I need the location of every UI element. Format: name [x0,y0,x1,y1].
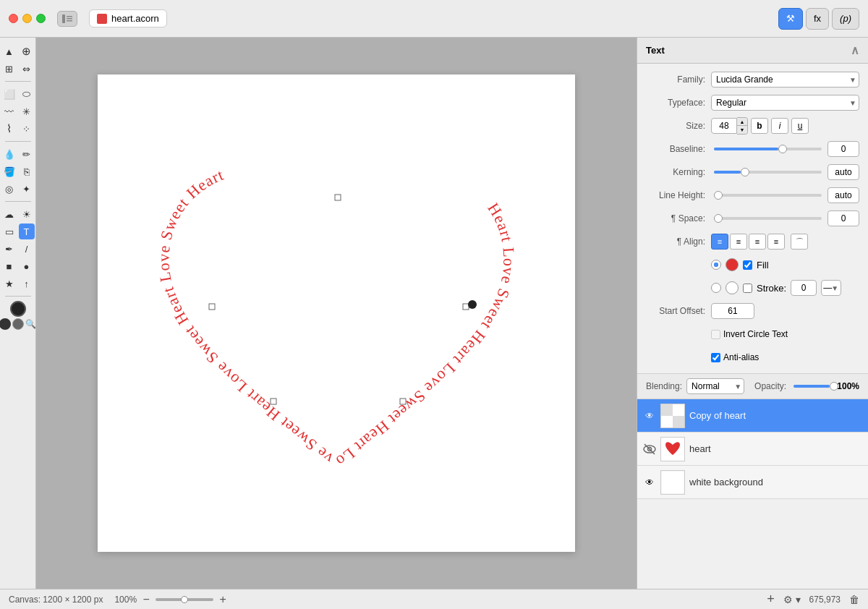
invert-circle-checkbox[interactable] [711,330,720,339]
magic-tool[interactable]: ✳ [19,103,35,119]
layer-item-white-background[interactable]: 👁 white background [637,466,868,499]
start-offset-input[interactable] [711,303,754,319]
space-slider-thumb[interactable] [714,214,723,223]
layer-eye-heart[interactable] [643,443,656,456]
zoom-tool[interactable]: ⊕ [19,43,35,59]
size-down-button[interactable]: ▼ [737,126,747,134]
text-on-path-button[interactable]: ⌒ [791,234,808,250]
fx-button[interactable]: fx [806,8,829,30]
layer-item-copy-heart[interactable]: 👁 Copy of heart [637,399,868,433]
anti-alias-label[interactable]: Anti-alias [711,352,759,362]
kerning-input[interactable] [827,164,859,180]
rect-shape-tool[interactable]: ▭ [1,223,17,239]
kerning-slider-track[interactable] [714,171,822,174]
stroke-type-select[interactable]: — [821,280,841,296]
line-height-slider-thumb[interactable] [714,191,723,200]
opacity-value: 100% [837,381,859,391]
bold-button[interactable]: b [751,118,768,134]
anti-alias-control: Anti-alias [711,352,859,362]
blending-select[interactable]: Normal [686,378,744,394]
foreground-color[interactable] [10,301,26,317]
zoom-out-button[interactable]: − [140,593,153,606]
zoom-slider-track[interactable] [156,598,213,601]
zoom-in-button[interactable]: + [216,593,229,606]
align-center-button[interactable]: ≡ [730,234,747,250]
text-tool[interactable]: T [19,223,35,239]
delete-layer-button[interactable]: 🗑 [849,594,859,605]
stroke-checkbox[interactable] [743,284,752,293]
kerning-slider-thumb[interactable] [741,168,749,176]
underline-button[interactable]: u [791,118,809,134]
line-height-input[interactable] [827,187,859,203]
opacity-slider-thumb[interactable] [830,382,838,391]
sidebar-toggle-button[interactable] [57,11,77,27]
anti-alias-text: Anti-alias [723,352,759,362]
space-input[interactable] [827,210,859,226]
arrow-tool[interactable]: ▲ [1,43,17,59]
minimize-button[interactable] [22,14,32,23]
arrow-up-tool[interactable]: ↑ [19,276,35,291]
pencil-tool[interactable]: ✏ [19,146,35,162]
fill-radio[interactable] [711,260,721,270]
invert-circle-label[interactable]: Invert Circle Text [711,329,788,339]
cloud-shape-tool[interactable]: ☁ [1,206,17,222]
sharpen-tool[interactable]: ✦ [19,181,35,197]
align-right-button[interactable]: ≡ [749,234,766,250]
color-option-1[interactable] [0,318,11,330]
status-bar: Canvas: 1200 × 1200 px 100% − + + ⚙ ▾ 67… [0,589,868,609]
pen-tool[interactable]: ✒ [1,241,17,257]
flip-tool[interactable]: ⇔ [19,61,35,77]
close-button[interactable] [9,14,18,23]
p-button[interactable]: (p) [832,8,859,30]
layer-eye-white-background[interactable]: 👁 [643,476,656,489]
tool-icon-button[interactable]: ⚒ [778,8,803,30]
circle-tool[interactable]: ● [19,258,35,274]
layer-eye-copy-heart[interactable]: 👁 [643,409,656,422]
add-layer-button[interactable]: + [767,592,775,607]
square-tool[interactable]: ■ [1,258,17,274]
opacity-slider-track[interactable] [793,385,830,388]
fill-checkbox[interactable] [743,260,752,270]
stroke-color-swatch[interactable] [726,281,739,294]
layer-item-heart[interactable]: heart [637,433,868,466]
color-option-2[interactable] [12,318,24,330]
family-select[interactable]: Lucida Grande [711,72,859,88]
star-tool[interactable]: ★ [1,276,17,291]
space-slider-track[interactable] [714,217,822,220]
line-height-slider-track[interactable] [714,194,822,197]
align-justify-button[interactable]: ≡ [767,234,785,250]
rect-select-tool[interactable]: ⬜ [1,86,17,102]
clone-tool[interactable]: ⎘ [19,163,35,179]
baseline-input[interactable] [827,141,859,157]
typeface-select[interactable]: Regular [711,95,859,111]
paint-bucket-tool[interactable]: 🪣 [1,163,17,179]
pattern-tool[interactable]: ⁘ [19,121,35,137]
stroke-value-input[interactable] [791,280,817,296]
italic-button[interactable]: i [771,118,788,134]
anti-alias-checkbox[interactable] [711,353,720,362]
eyedropper-tool[interactable]: 💧 [1,146,17,162]
baseline-slider-thumb[interactable] [778,145,787,153]
wand-tool[interactable]: ⌇ [1,121,17,137]
crop-tool[interactable]: ⊞ [1,61,17,77]
stroke-radio[interactable] [711,283,721,293]
zoom-option[interactable]: 🔍 [25,318,37,330]
canvas[interactable]: Heart Love Sweet Heart Love Sweet Heart … [98,74,575,552]
tool-separator-4 [5,296,31,297]
document-tab[interactable]: heart.acorn [89,9,167,27]
baseline-slider-track[interactable] [714,148,822,150]
align-left-button[interactable]: ≡ [711,234,728,250]
canvas-area[interactable]: Heart Love Sweet Heart Love Sweet Heart … [36,38,637,589]
lasso-tool[interactable]: 〰 [1,103,17,119]
size-input[interactable] [711,118,737,134]
ellipse-select-tool[interactable]: ⬭ [19,86,35,102]
layer-settings-button[interactable]: ⚙ ▾ [783,594,801,605]
fill-color-swatch[interactable] [726,258,739,271]
panel-collapse-button[interactable]: ∧ [851,43,859,57]
blur-tool[interactable]: ◎ [1,181,17,197]
line-tool[interactable]: / [19,241,35,257]
sun-tool[interactable]: ☀ [19,206,35,222]
maximize-button[interactable] [36,14,46,23]
size-up-button[interactable]: ▲ [737,118,747,126]
zoom-slider-thumb[interactable] [181,596,188,603]
